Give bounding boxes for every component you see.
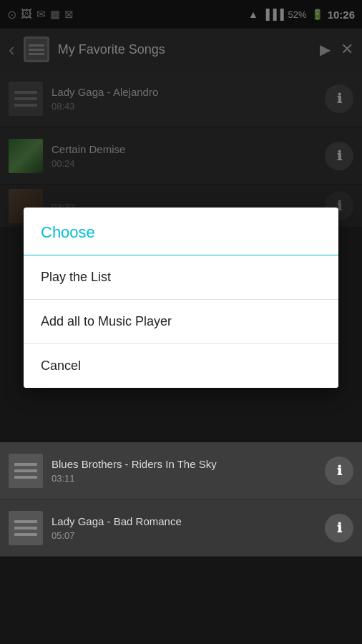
thumb-lines-icon xyxy=(14,463,37,479)
play-list-option[interactable]: Play the List xyxy=(24,255,338,300)
song-thumbnail xyxy=(9,454,43,488)
list-item[interactable]: Lady Gaga - Bad Romance 05:07 ℹ xyxy=(0,499,362,557)
song-title: Blues Brothers - Riders In The Sky xyxy=(52,458,316,470)
songs-below-dialog: Blues Brothers - Riders In The Sky 03:11… xyxy=(0,442,362,557)
cancel-option[interactable]: Cancel xyxy=(24,344,338,388)
song-duration: 05:07 xyxy=(52,530,316,541)
add-to-music-player-option[interactable]: Add all to Music Player xyxy=(24,300,338,344)
info-button[interactable]: ℹ xyxy=(325,514,353,542)
info-icon: ℹ xyxy=(337,520,342,536)
song-title: Lady Gaga - Bad Romance xyxy=(52,515,316,527)
info-icon: ℹ xyxy=(337,463,342,479)
song-thumbnail xyxy=(9,511,43,545)
info-button[interactable]: ℹ xyxy=(325,457,353,485)
list-item[interactable]: Blues Brothers - Riders In The Sky 03:11… xyxy=(0,442,362,499)
song-duration: 03:11 xyxy=(52,473,316,484)
choose-dialog: Choose Play the List Add all to Music Pl… xyxy=(24,208,338,388)
thumb-lines-icon xyxy=(14,520,37,536)
song-info: Lady Gaga - Bad Romance 05:07 xyxy=(52,515,316,541)
song-info: Blues Brothers - Riders In The Sky 03:11 xyxy=(52,458,316,484)
dialog-title: Choose xyxy=(24,208,338,255)
